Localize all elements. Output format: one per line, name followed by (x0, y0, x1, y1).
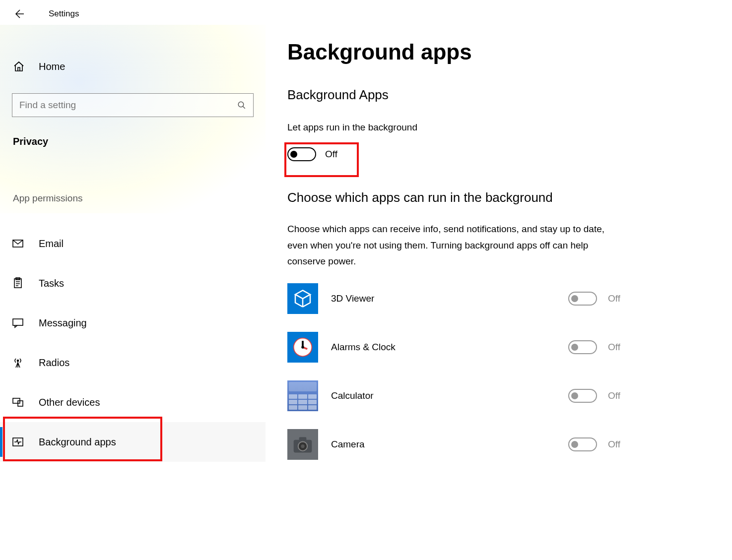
search-input[interactable] (19, 100, 237, 111)
activity-icon (12, 436, 24, 448)
svg-point-14 (301, 444, 304, 448)
search-icon (237, 101, 246, 110)
sidebar-section-heading: Privacy (0, 117, 266, 147)
app-toggle[interactable] (568, 340, 597, 354)
sidebar-item-label: Email (39, 238, 64, 249)
app-toggle-state: Off (608, 293, 620, 304)
search-box[interactable] (12, 93, 254, 117)
svg-rect-4 (13, 319, 23, 325)
window-title: Settings (49, 9, 79, 19)
camera-icon (287, 429, 318, 460)
section1-heading: Background Apps (287, 87, 620, 103)
sidebar-item-label: Tasks (39, 278, 64, 289)
sidebar-item-label: Background apps (39, 436, 116, 448)
app-name: 3D Viewer (331, 293, 555, 304)
devices-icon (12, 396, 24, 408)
sidebar-home[interactable]: Home (0, 52, 266, 81)
master-toggle[interactable] (287, 147, 316, 161)
svg-rect-15 (299, 437, 307, 441)
sidebar-item-email[interactable]: Email (0, 224, 266, 263)
app-toggle-state: Off (608, 342, 620, 353)
app-row: CalculatorOff (287, 380, 620, 411)
app-row: 3D ViewerOff (287, 283, 620, 314)
app-toggle[interactable] (568, 389, 597, 403)
arrow-left-icon (13, 8, 25, 20)
sidebar-item-label: Other devices (39, 397, 100, 408)
app-name: Camera (331, 439, 555, 450)
app-toggle[interactable] (568, 292, 597, 306)
master-toggle-state: Off (325, 149, 337, 160)
mail-icon (12, 238, 24, 249)
app-row: Alarms & ClockOff (287, 332, 620, 363)
radio-tower-icon (12, 357, 24, 369)
clipboard-icon (12, 277, 24, 289)
sidebar-home-label: Home (39, 61, 65, 72)
app-row: CameraOff (287, 429, 620, 460)
sidebar-item-other-devices[interactable]: Other devices (0, 382, 266, 422)
section2-description: Choose which apps can receive info, send… (287, 221, 620, 269)
sidebar-subsection-heading: App permissions (0, 147, 266, 204)
app-toggle-state: Off (608, 390, 620, 401)
page-heading: Background apps (287, 40, 620, 64)
master-toggle-description: Let apps run in the background (287, 120, 620, 135)
sidebar-item-messaging[interactable]: Messaging (0, 303, 266, 343)
app-name: Calculator (331, 390, 555, 401)
chat-icon (12, 317, 24, 329)
svg-point-0 (238, 102, 244, 107)
sidebar-item-label: Radios (39, 357, 69, 369)
app-name: Alarms & Clock (331, 342, 555, 353)
sidebar-item-radios[interactable]: Radios (0, 343, 266, 382)
svg-point-11 (301, 346, 304, 349)
app-toggle-state: Off (608, 439, 620, 450)
section2-heading: Choose which apps can run in the backgro… (287, 190, 620, 205)
clock-icon (287, 332, 318, 363)
cube-icon (287, 283, 318, 314)
sidebar-item-label: Messaging (39, 317, 87, 329)
home-icon (13, 61, 25, 72)
sidebar-item-tasks[interactable]: Tasks (0, 263, 266, 303)
calculator-icon (287, 380, 318, 411)
sidebar-item-background-apps[interactable]: Background apps (0, 422, 266, 462)
back-button[interactable] (12, 7, 26, 21)
app-toggle[interactable] (568, 437, 597, 451)
